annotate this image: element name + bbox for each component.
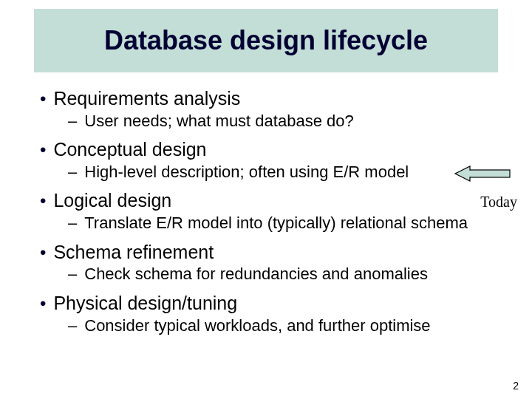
bullet-schema-refinement: •Schema refinement <box>40 241 505 264</box>
sub-bullet-text: High-level description; often using E/R … <box>84 163 409 181</box>
sub-bullet-logical: –Translate E/R model into (typically) re… <box>68 214 505 233</box>
sub-bullet-conceptual: –High-level description; often using E/R… <box>68 163 505 182</box>
bullet-conceptual: •Conceptual design <box>40 138 505 161</box>
svg-rect-0 <box>470 170 510 177</box>
title-box: Database design lifecycle <box>34 9 498 72</box>
sub-bullet-text: Translate E/R model into (typically) rel… <box>84 214 468 232</box>
bullet-dot-icon: • <box>40 293 46 313</box>
bullet-text: Conceptual design <box>53 139 206 160</box>
sub-bullet-schema-refinement: –Check schema for redundancies and anoma… <box>68 265 505 284</box>
left-arrow-icon <box>454 164 511 183</box>
dash-icon: – <box>68 214 77 232</box>
slide: Database design lifecycle •Requirements … <box>0 0 532 399</box>
bullet-text: Logical design <box>53 190 171 211</box>
bullet-logical: •Logical design <box>40 189 505 212</box>
bullet-text: Physical design/tuning <box>53 293 237 313</box>
sub-bullet-text: User needs; what must database do? <box>84 112 353 130</box>
svg-marker-1 <box>455 166 470 181</box>
bullet-physical-design: •Physical design/tuning <box>40 292 505 315</box>
bullet-text: Requirements analysis <box>53 88 240 109</box>
bullet-dot-icon: • <box>40 242 46 262</box>
dash-icon: – <box>68 163 77 181</box>
page-number: 2 <box>513 380 519 392</box>
dash-icon: – <box>68 112 77 130</box>
today-annotation: Today <box>480 194 517 211</box>
slide-title: Database design lifecycle <box>104 25 428 56</box>
sub-bullet-text: Consider typical workloads, and further … <box>84 316 430 335</box>
dash-icon: – <box>68 316 77 335</box>
content-body: •Requirements analysis –User needs; what… <box>27 87 505 335</box>
sub-bullet-requirements: –User needs; what must database do? <box>68 112 505 131</box>
bullet-dot-icon: • <box>40 89 46 109</box>
sub-bullet-physical-design: –Consider typical workloads, and further… <box>68 316 505 335</box>
svg-rect-2 <box>469 171 471 177</box>
sub-bullet-text: Check schema for redundancies and anomal… <box>84 265 428 283</box>
bullet-text: Schema refinement <box>53 242 214 262</box>
dash-icon: – <box>68 265 77 283</box>
bullet-dot-icon: • <box>40 191 46 211</box>
bullet-dot-icon: • <box>40 140 46 160</box>
bullet-requirements: •Requirements analysis <box>40 87 505 110</box>
